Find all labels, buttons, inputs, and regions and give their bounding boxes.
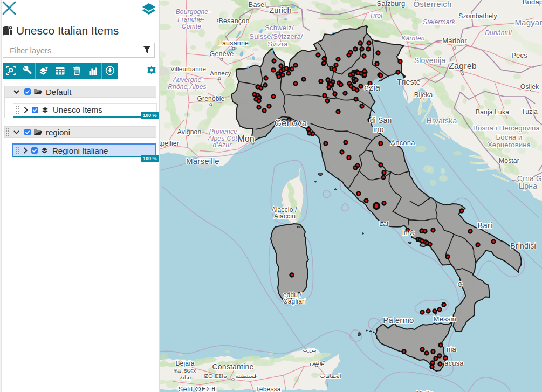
svg-text:Bari: Bari [477, 221, 492, 230]
svg-text:Genève: Genève [210, 50, 234, 58]
svg-text:in C: in C [402, 229, 414, 237]
svg-text:Tébessa: Tébessa [255, 386, 281, 392]
svg-text:Genova: Genova [275, 118, 307, 128]
svg-text:الحمامات: الحمامات [320, 373, 341, 379]
svg-text:Tuzla: Tuzla [522, 108, 538, 115]
svg-text:Malta: Malta [416, 389, 434, 392]
svg-text:Mostar: Mostar [499, 157, 519, 164]
svg-text:Budap: Budap [523, 0, 542, 6]
svg-text:⊕Ꮂ᎐5Ꮻ⁑X: ⊕Ꮂ᎐5Ꮻ⁑X [174, 368, 196, 374]
svg-text:Villeurbanne: Villeurbanne [170, 66, 206, 72]
svg-text:Basel: Basel [249, 1, 266, 9]
svg-text:Marseille: Marseille [186, 156, 219, 166]
svg-text:Suisse/Svizzera/: Suisse/Svizzera/ [249, 32, 303, 40]
svg-text:Rijeka: Rijeka [414, 91, 433, 99]
svg-text:Brindisi: Brindisi [510, 242, 536, 250]
svg-text:Ancona: Ancona [390, 139, 415, 147]
svg-text:Svizra: Svizra [267, 40, 288, 48]
svg-text:Provence-: Provence- [209, 128, 240, 135]
svg-text:Maribor: Maribor [442, 37, 467, 45]
svg-text:Steiermark: Steiermark [423, 18, 456, 26]
svg-text:بجاية: بجاية [180, 374, 191, 380]
svg-text:acusa: acusa [444, 359, 464, 367]
svg-text:Cagliari: Cagliari [283, 298, 306, 305]
svg-text:Dunántúl: Dunántúl [485, 29, 512, 37]
svg-text:Slovenija: Slovenija [414, 56, 446, 65]
svg-text:Annecy: Annecy [210, 70, 231, 77]
svg-text:Grenoble: Grenoble [197, 95, 225, 102]
svg-text:Херцеговина: Херцеговина [488, 141, 531, 149]
svg-text:Tirol: Tirol [369, 12, 382, 19]
svg-text:Босна и: Босна и [496, 133, 523, 141]
svg-text:Franche-: Franche- [177, 16, 204, 23]
svg-text:قسنطينة: قسنطينة [235, 373, 257, 379]
svg-text:Lausanne: Lausanne [218, 39, 249, 47]
svg-text:Sétif ⵙⵟⵉⴼ: Sétif ⵙⵟⵉⴼ [179, 385, 217, 392]
svg-text:Bosna i Hercegovina: Bosna i Hercegovina [473, 124, 540, 132]
svg-text:Osijek: Osijek [520, 83, 539, 91]
svg-text:Zagreb: Zagreb [449, 61, 477, 71]
svg-text:Lat: Lat [379, 220, 389, 228]
svg-text:di San: di San [370, 116, 392, 125]
svg-text:Salzburg: Salzburg [377, 0, 406, 8]
svg-text:بنزرت: بنزرت [303, 347, 317, 353]
svg-text:Österreich: Österreich [413, 0, 451, 9]
svg-text:nia: nia [447, 345, 457, 353]
svg-text:Zürich: Zürich [269, 6, 292, 15]
svg-text:Црна: Црна [519, 182, 537, 190]
svg-text:Hrvatska: Hrvatska [427, 116, 457, 125]
svg-text:Avignon: Avignon [177, 128, 202, 136]
svg-text:Auvergne-: Auvergne- [172, 76, 203, 84]
svg-text:Trieste: Trieste [397, 78, 421, 86]
svg-text:ino: ino [373, 125, 383, 134]
svg-text:Messin: Messin [434, 315, 456, 323]
svg-text:Pécs: Pécs [511, 51, 527, 59]
svg-text:Magyar: Magyar [514, 18, 542, 27]
svg-text:Comté: Comté [182, 23, 201, 30]
svg-text:تونس: تونس [310, 359, 325, 367]
svg-text:d'Azur: d'Azur [213, 141, 232, 149]
svg-text:Szombathely: Szombathely [458, 12, 497, 20]
svg-text:Palermo: Palermo [383, 315, 414, 325]
svg-text:Aiacciu: Aiacciu [274, 212, 296, 220]
svg-text:Banja Luka: Banja Luka [476, 108, 509, 116]
svg-text:ezia: ezia [364, 83, 380, 92]
svg-text:ⵇⵙⵏⵟⵉⵏⴰ: ⵇⵙⵏⵟⵉⵏⴰ [204, 373, 227, 379]
svg-text:Kärnten: Kärnten [401, 35, 425, 42]
svg-text:Rhône-Alpes: Rhône-Alpes [168, 83, 207, 91]
svg-text:ntpellier: ntpellier [160, 140, 179, 147]
svg-text:Constantine: Constantine [212, 362, 254, 371]
svg-text:Mon: Mon [237, 134, 255, 143]
svg-text:Besançon: Besançon [218, 17, 249, 25]
svg-text:Bourgogne-: Bourgogne- [176, 8, 211, 16]
svg-text:Schweiz/: Schweiz/ [265, 24, 294, 32]
svg-text:C: C [458, 281, 463, 288]
svg-text:Béjaïa: Béjaïa [175, 360, 194, 367]
